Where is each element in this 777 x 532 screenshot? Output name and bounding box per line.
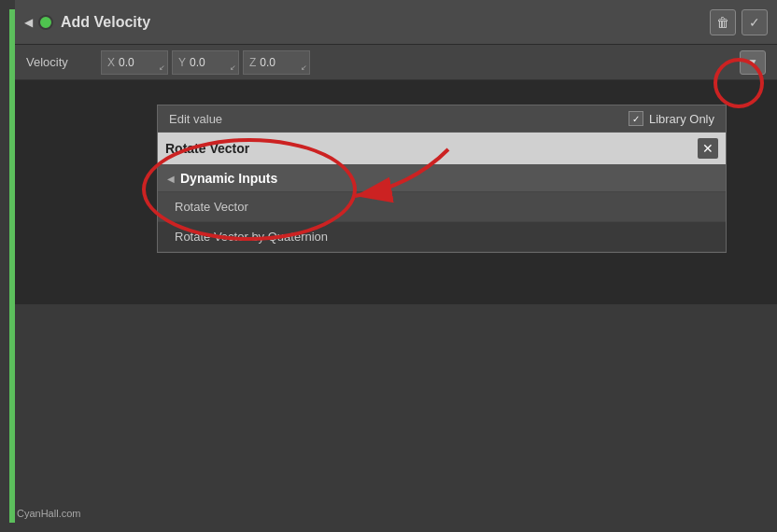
dropdown-popup: Edit value ✓ Library Only ✕ ◀ Dynamic In…: [157, 105, 727, 253]
y-coord-field[interactable]: Y 0.0 ↙: [172, 50, 239, 75]
z-value: 0.0: [260, 56, 275, 69]
velocity-dropdown-button[interactable]: ▼: [740, 50, 766, 75]
library-only-section: ✓ Library Only: [629, 111, 714, 126]
section-collapse-icon[interactable]: ◀: [167, 174, 175, 184]
popup-header: Edit value ✓ Library Only: [158, 105, 726, 133]
left-accent-bar: [9, 9, 15, 523]
library-only-checkbox[interactable]: ✓: [629, 111, 643, 126]
velocity-row: Velocity X 0.0 ↙ Y 0.0 ↙ Z 0.0 ↙ ▼: [15, 45, 777, 80]
library-only-label: Library Only: [649, 112, 714, 126]
search-input[interactable]: [165, 141, 692, 156]
active-circle-icon: [38, 15, 53, 30]
close-button[interactable]: ✕: [698, 138, 718, 159]
list-item[interactable]: Rotate Vector by Quaternion: [158, 222, 726, 252]
check-button[interactable]: ✓: [742, 9, 768, 35]
edit-value-label: Edit value: [169, 112, 222, 126]
dynamic-inputs-label: Dynamic Inputs: [180, 171, 277, 186]
coord-inputs: X 0.0 ↙ Y 0.0 ↙ Z 0.0 ↙: [101, 50, 736, 75]
list-item-label: Rotate Vector by Quaternion: [175, 230, 328, 244]
velocity-label: Velocity: [26, 55, 101, 69]
list-item[interactable]: Rotate Vector: [158, 192, 726, 222]
x-coord-field[interactable]: X 0.0 ↙: [101, 50, 168, 75]
x-arrow-icon: ↙: [159, 63, 165, 72]
dynamic-inputs-header: ◀ Dynamic Inputs: [158, 165, 726, 192]
search-row: ✕: [158, 133, 726, 165]
x-value: 0.0: [119, 56, 134, 69]
collapse-arrow-icon[interactable]: ◀: [24, 16, 33, 29]
z-arrow-icon: ↙: [301, 63, 307, 72]
y-label: Y: [178, 56, 186, 69]
y-value: 0.0: [190, 56, 205, 69]
trash-button[interactable]: 🗑: [710, 9, 736, 35]
y-arrow-icon: ↙: [230, 63, 236, 72]
header-bar: ◀ Add Velocity 🗑 ✓: [15, 0, 777, 45]
node-title: Add Velocity: [61, 14, 710, 31]
list-item-label: Rotate Vector: [175, 200, 248, 214]
watermark: CyanHall.com: [17, 508, 80, 519]
z-label: Z: [249, 56, 256, 69]
x-label: X: [107, 56, 115, 69]
z-coord-field[interactable]: Z 0.0 ↙: [243, 50, 310, 75]
